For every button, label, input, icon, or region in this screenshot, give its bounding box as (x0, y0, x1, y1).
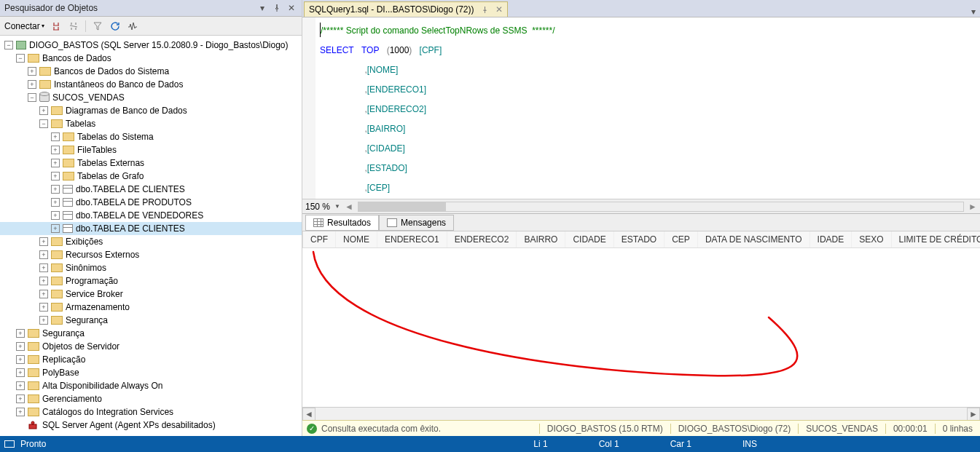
grid-column-header[interactable]: CPF (303, 231, 336, 247)
close-icon[interactable]: ✕ (286, 2, 297, 14)
expand-icon[interactable]: + (28, 67, 36, 76)
tree-node-table-selected[interactable]: +dbo.TABLEA DE CLIENTES (0, 222, 302, 235)
tree-node[interactable]: +FileTables (0, 143, 302, 156)
window-list-icon[interactable]: ▾ (967, 7, 980, 17)
grid-column-header[interactable]: LIMITE DE CRÉDITO (892, 231, 980, 247)
scroll-right-icon[interactable]: ► (967, 408, 980, 420)
grid-column-header[interactable]: NOME (336, 231, 377, 247)
grid-column-header[interactable]: ENDERECO2 (447, 231, 517, 247)
expand-icon[interactable]: + (16, 381, 25, 390)
expand-icon[interactable]: + (51, 172, 60, 181)
tree-node-table[interactable]: +dbo.TABELA DE PRODUTOS (0, 196, 302, 209)
connect-button[interactable]: Conectar▾ (4, 21, 44, 31)
tree-node[interactable]: +Tabelas do Sistema (0, 130, 302, 143)
tree-node[interactable]: +Tabelas de Grafo (0, 170, 302, 183)
expand-icon[interactable]: + (16, 408, 25, 416)
close-icon[interactable]: ✕ (495, 4, 503, 15)
collapse-icon[interactable]: − (4, 41, 13, 49)
grid-column-header[interactable]: SEXO (852, 231, 891, 247)
tree-node[interactable]: +PolyBase (0, 366, 302, 379)
grid-column-header[interactable]: BAIRRO (517, 231, 565, 247)
activity-icon[interactable] (127, 20, 138, 32)
grid-column-header[interactable]: DATA DE NASCIMENTO (698, 231, 810, 247)
expand-icon[interactable]: + (51, 198, 60, 207)
expand-icon[interactable]: + (16, 342, 25, 351)
grid-column-header[interactable]: ESTADO (614, 231, 665, 247)
tree-node-server[interactable]: −DIOGO_BASTOS (SQL Server 15.0.2080.9 - … (0, 39, 302, 52)
tree-node-sucos-vendas[interactable]: −SUCOS_VENDAS (0, 91, 302, 104)
expand-icon[interactable]: + (16, 394, 25, 403)
expand-icon[interactable]: + (51, 224, 60, 233)
grid-column-header[interactable]: CIDADE (565, 231, 614, 247)
expand-icon[interactable]: + (51, 185, 60, 194)
tree-node[interactable]: +Instantâneos do Banco de Dados (0, 78, 302, 91)
tree-node[interactable]: +Exibições (0, 235, 302, 248)
tree-node[interactable]: +Programação (0, 274, 302, 288)
refresh-icon[interactable] (109, 20, 121, 32)
tree-node[interactable]: +Segurança (0, 327, 302, 340)
disconnect-icon[interactable] (68, 20, 79, 32)
tree-node-databases[interactable]: −Bancos de Dados (0, 52, 302, 65)
grid-column-header[interactable]: ENDERECO1 (377, 231, 447, 247)
expand-icon[interactable]: + (39, 250, 48, 259)
results-grid-body[interactable] (302, 248, 980, 407)
scroll-left-icon[interactable]: ◄ (302, 408, 315, 420)
collapse-icon[interactable]: − (28, 93, 36, 102)
expand-icon[interactable]: + (39, 277, 48, 285)
expand-icon[interactable]: + (39, 106, 48, 115)
zoom-dropdown-icon[interactable]: ▼ (334, 203, 340, 210)
expand-icon[interactable]: + (39, 290, 48, 298)
pin-icon[interactable] (482, 7, 488, 13)
tree-node[interactable]: +Segurança (0, 314, 302, 327)
zoom-level[interactable]: 150 % (305, 202, 330, 212)
expand-icon[interactable]: + (16, 329, 25, 338)
connect-icon[interactable] (50, 20, 62, 32)
tree-node[interactable]: +Catálogos do Integration Services (0, 405, 302, 419)
tab-mensagens[interactable]: Mensagens (379, 215, 454, 231)
expand-icon[interactable]: + (51, 132, 60, 141)
tree-node-sql-agent[interactable]: SQL Server Agent (Agent XPs desabilitado… (0, 419, 302, 432)
tree-node[interactable]: +Gerenciamento (0, 392, 302, 405)
filter-icon[interactable] (92, 20, 103, 32)
tree-node[interactable]: +Service Broker (0, 288, 302, 301)
tree-node[interactable]: +Armazenamento (0, 301, 302, 314)
tree-node[interactable]: +Recursos Externos (0, 248, 302, 261)
sql-editor[interactable]: /****** Script do comando SelectTopNRows… (302, 17, 980, 199)
tree-node[interactable]: +Alta Disponibilidade Always On (0, 379, 302, 392)
results-horizontal-scrollbar[interactable]: ◄ ► (302, 407, 980, 420)
expand-icon[interactable]: + (51, 159, 60, 167)
dropdown-icon[interactable]: ▾ (256, 2, 268, 14)
scroll-left-icon[interactable]: ◄ (345, 202, 353, 212)
document-tab[interactable]: SQLQuery1.sql - DI...BASTOS\Diogo (72)) … (304, 1, 508, 17)
exec-user: DIOGO_BASTOS\Diogo (72) (670, 424, 799, 434)
expand-icon[interactable]: + (39, 237, 48, 246)
collapse-icon[interactable]: − (39, 119, 48, 128)
scroll-right-icon[interactable]: ► (968, 202, 977, 212)
tree-node[interactable]: +Tabelas Externas (0, 156, 302, 170)
expand-icon[interactable]: + (16, 355, 25, 364)
expand-icon[interactable]: + (39, 316, 48, 325)
grid-column-header[interactable]: IDADE (810, 231, 852, 247)
expand-icon[interactable]: + (51, 211, 60, 220)
tree-node[interactable]: +Objetos de Servidor (0, 340, 302, 353)
pin-icon[interactable] (271, 2, 283, 14)
tree-node[interactable]: +Bancos de Dados do Sistema (0, 65, 302, 78)
tree-node[interactable]: +Diagramas de Banco de Dados (0, 104, 302, 117)
tree-node-table[interactable]: +dbo.TABELA DE VENDEDORES (0, 209, 302, 222)
status-ready: Pronto (20, 439, 46, 449)
expand-icon[interactable]: + (39, 303, 48, 312)
tree-node[interactable]: +Sinônimos (0, 261, 302, 274)
grid-column-header[interactable]: CEP (665, 231, 698, 247)
expand-icon[interactable]: + (28, 80, 36, 89)
tree-node-table[interactable]: +dbo.TABELA DE CLIENTES (0, 183, 302, 196)
tree-node-tabelas[interactable]: −Tabelas (0, 117, 302, 130)
tree-node[interactable]: +Replicação (0, 353, 302, 366)
editor-horizontal-scrollbar[interactable] (358, 202, 964, 212)
expand-icon[interactable]: + (16, 368, 25, 377)
expand-icon[interactable]: + (51, 146, 60, 154)
collapse-icon[interactable]: − (16, 54, 25, 63)
execution-status-bar: ✓ Consulta executada com êxito. DIOGO_BA… (302, 420, 980, 436)
expand-icon[interactable]: + (39, 263, 48, 272)
object-explorer-tree[interactable]: −DIOGO_BASTOS (SQL Server 15.0.2080.9 - … (0, 36, 302, 436)
tab-resultados[interactable]: Resultados (305, 215, 379, 231)
